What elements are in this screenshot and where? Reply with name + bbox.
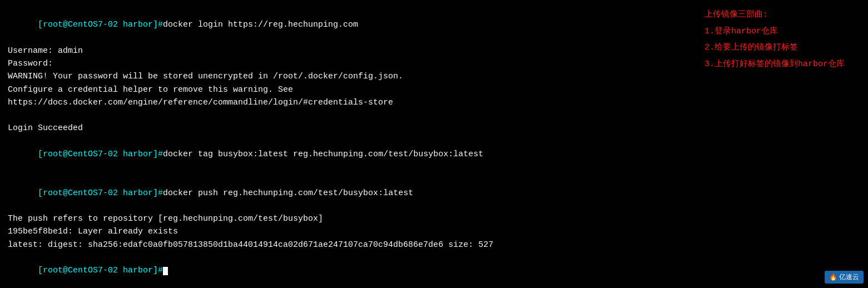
terminal-line-5: Configure a credential helper to remove …: [8, 83, 688, 96]
terminal-line-4: WARNING! Your password will be stored un…: [8, 70, 688, 83]
terminal-line-6: https://docs.docker.com/engine/reference…: [8, 96, 688, 109]
terminal-line-8: Login Succeeded: [8, 122, 688, 135]
prompt-9: [root@CentOS7-02 harbor]#: [38, 150, 163, 159]
cmd-1: docker login https://reg.hechunping.com: [163, 20, 358, 29]
terminal-line-2: Username: admin: [8, 44, 688, 57]
sidebar-step-1: 1.登录harbor仓库: [705, 24, 859, 39]
prompt-1: [root@CentOS7-02 harbor]#: [38, 20, 163, 29]
prompt-10: [root@CentOS7-02 harbor]#: [38, 188, 163, 198]
terminal-container: [root@CentOS7-02 harbor]#docker login ht…: [0, 0, 868, 288]
cmd-10: docker push reg.hechunping.com/test/busy…: [163, 188, 413, 198]
cmd-9: docker tag busybox:latest reg.hechunping…: [163, 150, 483, 159]
terminal-line-1: [root@CentOS7-02 harbor]#docker login ht…: [8, 6, 688, 44]
terminal-line-11: The push refers to repository [reg.hechu…: [8, 212, 688, 225]
terminal-line-3: Password:: [8, 57, 688, 70]
terminal-line-13: latest: digest: sha256:edafc0a0fb0578138…: [8, 239, 688, 251]
watermark: 🔥 亿速云: [825, 271, 864, 284]
sidebar-title: 上传镜像三部曲:: [705, 8, 859, 22]
sidebar-panel: 上传镜像三部曲: 1.登录harbor仓库 2.给要上传的镜像打标签 3.上传打…: [696, 0, 868, 288]
terminal-line-14: [root@CentOS7-02 harbor]#: [8, 251, 688, 288]
sidebar-step-2: 2.给要上传的镜像打标签: [705, 41, 859, 55]
terminal-line-10: [root@CentOS7-02 harbor]#docker push reg…: [8, 173, 688, 212]
terminal-line-empty: [8, 109, 688, 122]
prompt-14: [root@CentOS7-02 harbor]#: [38, 266, 163, 275]
terminal-output: [root@CentOS7-02 harbor]#docker login ht…: [0, 0, 696, 288]
sidebar-step-3: 3.上传打好标签的镜像到harbor仓库: [705, 57, 859, 72]
cursor: [163, 267, 168, 275]
terminal-line-9: [root@CentOS7-02 harbor]#docker tag busy…: [8, 135, 688, 174]
terminal-line-12: 195be5f8be1d: Layer already exists: [8, 225, 688, 238]
